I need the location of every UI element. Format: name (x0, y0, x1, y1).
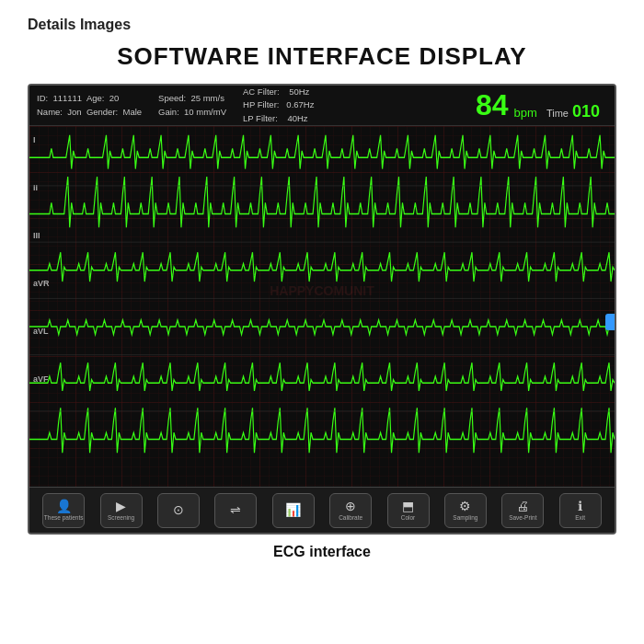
toolbar-btn-patients[interactable]: 👤 These patients (42, 493, 85, 528)
patients-icon: 👤 (56, 500, 72, 512)
toolbar-btn-color[interactable]: ⬒ Color (387, 493, 430, 528)
ecg-bpm-value: 84 (476, 88, 509, 122)
ecg-gain: Gain: 10 mm/mV (158, 106, 226, 119)
ecg-caption: ECG interface (273, 544, 371, 560)
screening-btn-label: Screening (108, 514, 134, 521)
ecg-speed: Speed: 25 mm/s (158, 92, 226, 105)
page-container: Details Images SOFTWARE INTERFACE DISPLA… (0, 0, 644, 644)
sampling-icon: ⚙ (459, 500, 471, 512)
save-print-btn-label: Save-Print (509, 514, 536, 521)
toolbar-btn-switch[interactable]: ⇌ (214, 493, 257, 528)
ecg-grid-area: I II III aVR aVL aVF (29, 126, 615, 487)
ecg-speed-gain: Speed: 25 mm/s Gain: 10 mm/mV (158, 92, 226, 119)
toolbar-btn-record[interactable]: ⊙ (157, 493, 200, 528)
blue-indicator-dot[interactable] (605, 314, 615, 330)
ecg-id-name: ID: 111111 Age: 20 Name: Jon Gender: Mal… (37, 92, 142, 119)
color-icon: ⬒ (402, 500, 414, 512)
ecg-id: ID: 111111 Age: 20 (37, 92, 142, 105)
ecg-time-value: 010 (572, 102, 600, 123)
ecg-screen: ID: 111111 Age: 20 Name: Jon Gender: Mal… (28, 84, 616, 535)
ecg-name: Name: Jon Gender: Male (37, 106, 142, 119)
toolbar-btn-calibrate[interactable]: ⊕ Calibrate (329, 493, 372, 528)
switch-icon: ⇌ (230, 503, 241, 516)
ecg-waveform-svg (29, 126, 615, 487)
patients-btn-label: These patients (44, 514, 84, 521)
exit-btn-label: Exit (575, 514, 585, 521)
details-header: Details Images (28, 17, 616, 33)
toolbar-btn-chart[interactable]: 📊 (272, 493, 315, 528)
exit-icon: ℹ (578, 500, 582, 512)
sampling-btn-label: Sampling (453, 514, 477, 521)
toolbar-btn-screening[interactable]: ▶ Screening (100, 493, 143, 528)
calibrate-btn-label: Calibrate (339, 514, 362, 521)
ecg-lp-filter: LP Filter: 40Hz (243, 112, 314, 125)
software-title: SOFTWARE INTERFACE DISPLAY (117, 42, 526, 71)
ecg-time-label: Time (546, 108, 569, 123)
save-print-icon: 🖨 (516, 500, 529, 512)
ecg-bpm-unit: bpm (514, 106, 537, 123)
color-btn-label: Color (401, 514, 416, 521)
ecg-hp-filter: HP Filter: 0.67Hz (243, 98, 314, 111)
ecg-toolbar: 👤 These patients ▶ Screening ⊙ ⇌ 📊 ⊕ (29, 487, 615, 533)
chart-icon: 📊 (285, 503, 301, 516)
calibrate-icon: ⊕ (345, 500, 356, 512)
ecg-filters: AC Filter: 50Hz HP Filter: 0.67Hz LP Fil… (243, 86, 314, 125)
toolbar-btn-sampling[interactable]: ⚙ Sampling (444, 493, 487, 528)
toolbar-btn-exit[interactable]: ℹ Exit (559, 493, 602, 528)
screening-icon: ▶ (116, 500, 126, 512)
record-icon: ⊙ (173, 503, 184, 516)
toolbar-btn-save-print[interactable]: 🖨 Save-Print (501, 493, 544, 528)
ecg-ac-filter: AC Filter: 50Hz (243, 86, 314, 98)
ecg-info-bar: ID: 111111 Age: 20 Name: Jon Gender: Mal… (29, 86, 615, 126)
